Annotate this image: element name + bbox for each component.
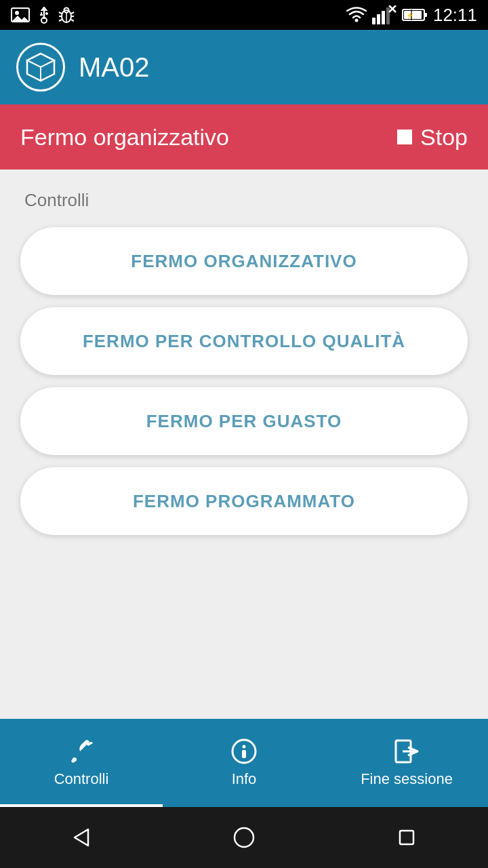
svg-point-35 <box>73 757 77 762</box>
nav-label-controlli: Controlli <box>54 770 109 788</box>
bottom-nav: Controlli Info Fine sessione <box>0 719 488 807</box>
svg-rect-22 <box>386 7 390 24</box>
main-content: Controlli FERMO ORGANIZZATIVO FERMO PER … <box>0 170 488 719</box>
status-bar: ⚡ 12:11 <box>0 0 488 30</box>
svg-marker-41 <box>75 829 88 846</box>
nav-label-fine-sessione: Fine sessione <box>361 770 453 788</box>
status-text: Fermo organizzativo <box>20 124 229 151</box>
svg-rect-19 <box>372 18 375 24</box>
recents-button[interactable] <box>386 817 427 858</box>
svg-point-42 <box>235 828 253 847</box>
svg-point-37 <box>243 745 246 749</box>
btn-fermo-organizzativo[interactable]: FERMO ORGANIZZATIVO <box>20 227 468 295</box>
btn-fermo-guasto[interactable]: FERMO PER GUASTO <box>20 387 468 455</box>
back-button[interactable] <box>61 817 102 858</box>
nav-item-fine-sessione[interactable]: Fine sessione <box>325 719 488 807</box>
clock: 12:11 <box>433 5 477 26</box>
usb-icon <box>37 5 52 24</box>
svg-line-13 <box>59 20 62 21</box>
svg-line-16 <box>71 20 74 21</box>
section-label: Controlli <box>24 190 468 211</box>
stop-square-icon <box>397 130 412 144</box>
nav-item-info[interactable]: Info <box>163 719 325 807</box>
wifi-icon <box>346 7 367 23</box>
app-icon <box>16 43 65 92</box>
signal-icon <box>372 5 396 24</box>
svg-point-1 <box>15 11 19 15</box>
btn-fermo-programmato[interactable]: FERMO PROGRAMMATO <box>20 467 468 535</box>
android-nav <box>0 807 488 868</box>
svg-line-33 <box>41 60 54 67</box>
svg-rect-26 <box>424 13 427 17</box>
control-buttons-list: FERMO ORGANIZZATIVO FERMO PER CONTROLLO … <box>20 227 468 535</box>
info-icon <box>230 738 258 765</box>
svg-point-18 <box>354 19 358 22</box>
home-button[interactable] <box>224 817 264 858</box>
svg-rect-21 <box>382 11 385 24</box>
app-bar: MA02 <box>0 30 488 104</box>
stop-label: Stop <box>420 124 468 151</box>
svg-line-11 <box>59 12 62 14</box>
app-title: MA02 <box>79 52 150 83</box>
btn-fermo-qualita[interactable]: FERMO PER CONTROLLO QUALITÀ <box>20 307 468 375</box>
svg-rect-38 <box>242 750 246 758</box>
cube-icon <box>24 51 57 83</box>
svg-rect-20 <box>377 14 380 24</box>
status-bar-right: ⚡ 12:11 <box>346 5 477 26</box>
wrench-icon <box>68 738 95 765</box>
exit-icon <box>393 738 420 765</box>
svg-rect-43 <box>400 831 413 844</box>
nav-label-info: Info <box>232 770 257 788</box>
gallery-icon <box>11 7 30 22</box>
status-banner: Fermo organizzativo Stop <box>0 104 488 170</box>
svg-line-34 <box>27 60 41 67</box>
nav-item-controlli[interactable]: Controlli <box>0 719 163 807</box>
status-bar-icons <box>11 5 75 24</box>
svg-marker-2 <box>12 16 29 22</box>
svg-marker-31 <box>27 54 54 67</box>
battery-icon: ⚡ <box>402 7 428 22</box>
bug-icon <box>58 6 75 24</box>
stop-badge: Stop <box>397 124 468 151</box>
svg-text:⚡: ⚡ <box>406 12 414 20</box>
svg-line-14 <box>71 12 74 14</box>
